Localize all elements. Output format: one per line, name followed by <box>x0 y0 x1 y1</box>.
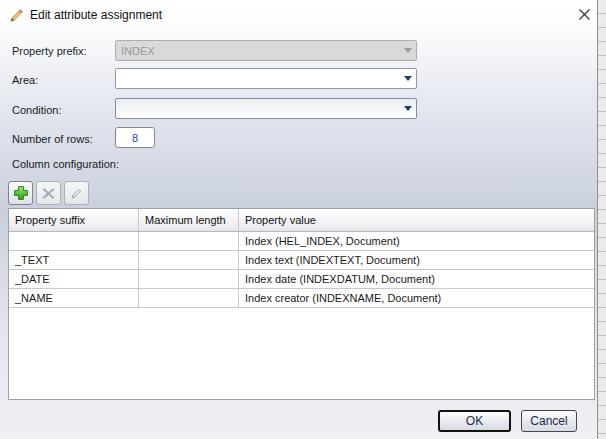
cell-property-suffix <box>9 232 139 250</box>
condition-dropdown[interactable] <box>115 98 417 119</box>
cell-property-value: Index (HEL_INDEX, Document) <box>239 232 594 250</box>
table-header: Property suffix Maximum length Property … <box>9 209 594 232</box>
cell-property-value: Index creator (INDEXNAME, Document) <box>239 289 594 307</box>
property-prefix-label: Property prefix: <box>12 45 87 57</box>
table-row[interactable]: Index (HEL_INDEX, Document) <box>9 232 594 251</box>
number-of-rows-label: Number of rows: <box>12 133 93 145</box>
cell-property-suffix: _DATE <box>9 270 139 288</box>
cancel-button[interactable]: Cancel <box>521 410 577 432</box>
chevron-down-icon <box>404 76 412 81</box>
header-property-value[interactable]: Property value <box>239 209 594 231</box>
background-window-grid-strip <box>597 0 606 439</box>
delete-column-button <box>36 181 61 205</box>
condition-label: Condition: <box>12 104 62 116</box>
table-row[interactable]: _DATE Index date (INDEXDATUM, Document) <box>9 270 594 289</box>
header-property-suffix[interactable]: Property suffix <box>9 209 139 231</box>
number-of-rows-input[interactable] <box>115 127 155 148</box>
cell-maximum-length <box>139 232 239 250</box>
plus-icon <box>13 185 29 201</box>
add-column-button[interactable] <box>8 181 33 205</box>
dialog-title: Edit attribute assignment <box>30 8 162 22</box>
property-prefix-dropdown: INDEX <box>115 40 417 61</box>
cell-maximum-length <box>139 270 239 288</box>
cell-property-value: Index text (INDEXTEXT, Document) <box>239 251 594 269</box>
table-body: Index (HEL_INDEX, Document) _TEXT Index … <box>9 232 594 308</box>
close-icon[interactable] <box>575 5 593 23</box>
cell-maximum-length <box>139 251 239 269</box>
ok-button[interactable]: OK <box>438 410 511 432</box>
cell-property-suffix: _TEXT <box>9 251 139 269</box>
property-prefix-value: INDEX <box>121 45 155 57</box>
chevron-down-icon <box>404 48 412 53</box>
pencil-title-icon <box>8 7 25 24</box>
chevron-down-icon <box>404 106 412 111</box>
edit-column-button <box>64 181 89 205</box>
column-configuration-label: Column configuration: <box>12 158 119 170</box>
header-maximum-length[interactable]: Maximum length <box>139 209 239 231</box>
cell-property-value: Index date (INDEXDATUM, Document) <box>239 270 594 288</box>
area-label: Area: <box>12 74 38 86</box>
table-row[interactable]: _NAME Index creator (INDEXNAME, Document… <box>9 289 594 308</box>
area-dropdown[interactable] <box>115 68 417 89</box>
x-icon <box>41 186 56 201</box>
cell-maximum-length <box>139 289 239 307</box>
column-config-toolbar <box>8 181 89 205</box>
table-row[interactable]: _TEXT Index text (INDEXTEXT, Document) <box>9 251 594 270</box>
pencil-icon <box>69 186 84 201</box>
edit-attribute-assignment-dialog: Edit attribute assignment Property prefi… <box>0 0 597 439</box>
cell-property-suffix: _NAME <box>9 289 139 307</box>
column-configuration-table: Property suffix Maximum length Property … <box>8 208 595 400</box>
